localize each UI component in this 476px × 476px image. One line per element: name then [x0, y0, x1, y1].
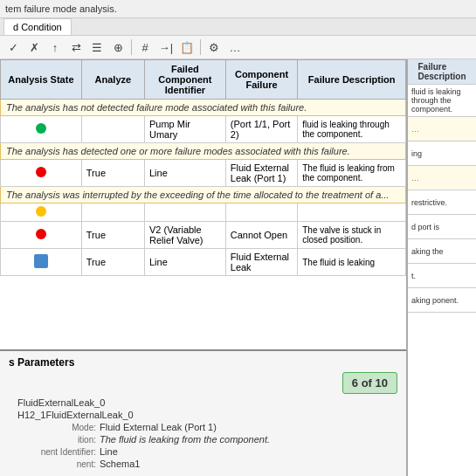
tooltip-row-2: The analysis has detected one or more fa…	[1, 143, 406, 160]
status-icon-5	[34, 254, 48, 268]
counter-row: 6 of 10	[9, 372, 397, 394]
param-value-3: The fluid is leaking from the component.	[100, 434, 270, 445]
right-col-5: restrictive.	[408, 190, 476, 215]
col-header-component-failure: Component Failure	[225, 60, 297, 100]
failure-desc-cell-3	[298, 204, 406, 222]
analyze-cell-2: True	[81, 160, 144, 187]
main-table: Analysis State Analyze Failed Component …	[0, 59, 406, 276]
analyze-cell-1	[81, 116, 144, 143]
dot-cell-2	[1, 160, 82, 187]
toolbar-btn-check[interactable]: ✓	[3, 38, 23, 57]
comp-failure-cell-4: Cannot Open	[225, 222, 297, 249]
status-dot-red-1	[36, 167, 46, 177]
analyze-cell-5: True	[81, 249, 144, 276]
failed-comp-cell-5: Line	[144, 249, 225, 276]
comp-failure-cell-5: Fluid External Leak	[225, 249, 297, 276]
tab-bar: d Condition	[0, 18, 476, 36]
param-label-2: Mode:	[17, 423, 96, 432]
right-col-4: …	[408, 166, 476, 190]
param-row-4: nent Identifier: Line	[17, 446, 397, 457]
param-value-4: Line	[100, 446, 118, 457]
table-row[interactable]	[1, 204, 406, 222]
tooltip-text-2: The analysis has detected one or more fa…	[1, 143, 406, 160]
tooltip-row-1: The analysis has not detected failure mo…	[1, 100, 406, 116]
param-row-0: FluidExternalLeak_0	[17, 397, 397, 408]
param-value-5: Schema1	[100, 459, 140, 469]
param-label-5: nent:	[17, 459, 96, 469]
param-row-3: ition: The fluid is leaking from the com…	[17, 434, 397, 445]
col-header-analyze: Analyze	[81, 60, 144, 100]
param-row-1: H12_1FluidExternalLeak_0	[17, 410, 397, 420]
dot-cell-3	[1, 204, 82, 222]
table-row[interactable]: True Line Fluid External Leak (Port 1) T…	[1, 160, 406, 187]
param-row-5: nent: Schema1	[17, 459, 397, 469]
param-value-1: H12_1FluidExternalLeak_0	[17, 410, 134, 420]
dot-cell-1	[1, 116, 82, 143]
param-row-2: Mode: Fluid External Leak (Port 1)	[17, 422, 397, 432]
failure-desc-cell-4: The valve is stuck in closed position.	[298, 222, 406, 249]
right-col-0: FailureDescription	[408, 59, 476, 85]
right-col-7: aking the	[408, 239, 476, 264]
right-col-9: aking ponent.	[408, 288, 476, 313]
status-dot-yellow-1	[36, 206, 46, 217]
failure-desc-cell-1: fluid is leaking through the component.	[298, 116, 406, 143]
failure-desc-cell-5: The fluid is leaking	[298, 249, 406, 276]
tooltip-text-3: The analysis was interrupted by the exce…	[1, 187, 406, 204]
right-extra-panel: FailureDescription fluid is leaking thro…	[406, 59, 476, 476]
top-bar-text: tem failure mode analysis.	[5, 3, 117, 14]
param-value-2: Fluid External Leak (Port 1)	[100, 422, 217, 432]
toolbar: ✓ ✗ ↑ ⇄ ☰ ⊕ # →| 📋 ⚙ …	[0, 36, 476, 59]
dot-cell-5	[1, 249, 82, 276]
status-dot-red-2	[36, 229, 46, 239]
toolbar-btn-x[interactable]: ✗	[24, 38, 44, 57]
status-dot-green-1	[36, 123, 46, 134]
param-value-0: FluidExternalLeak_0	[17, 397, 105, 408]
failure-desc-cell-2: The fluid is leaking from the component.	[298, 160, 406, 187]
counter-badge: 6 of 10	[342, 372, 397, 394]
toolbar-sep-2	[200, 39, 201, 55]
right-col-2: …	[408, 117, 476, 141]
main-container: tem failure mode analysis. d Condition ✓…	[0, 0, 476, 476]
toolbar-btn-hash[interactable]: #	[135, 38, 155, 57]
right-col-6: d port is	[408, 215, 476, 239]
failed-comp-cell-1: Pump Mir Umary	[144, 116, 225, 143]
analyze-cell-3	[81, 204, 144, 222]
toolbar-btn-swap[interactable]: ⇄	[66, 38, 86, 57]
table-row[interactable]: True V2 (Variable Relief Valve) Cannot O…	[1, 222, 406, 249]
right-col-1: fluid is leaking through the component.	[408, 85, 476, 117]
failed-comp-cell-3	[144, 204, 225, 222]
condition-tab[interactable]: d Condition	[3, 18, 72, 35]
param-label-4: nent Identifier:	[17, 447, 96, 457]
col-header-failed-component: Failed Component Identifier	[144, 60, 225, 100]
comp-failure-cell-1: (Port 1/1, Port 2)	[225, 116, 297, 143]
content-area: Analysis State Analyze Failed Component …	[0, 59, 476, 476]
failed-comp-cell-2: Line	[144, 160, 225, 187]
toolbar-sep-1	[131, 39, 132, 55]
toolbar-btn-filter[interactable]: ⊕	[108, 38, 128, 57]
table-row[interactable]: True Line Fluid External Leak The fluid …	[1, 249, 406, 276]
right-col-3: ing	[408, 141, 476, 166]
toolbar-btn-clip[interactable]: 📋	[177, 38, 197, 57]
right-col-8: t.	[408, 264, 476, 288]
tooltip-row-3: The analysis was interrupted by the exce…	[1, 187, 406, 204]
comp-failure-cell-3	[225, 204, 297, 222]
dot-cell-4	[1, 222, 82, 249]
toolbar-btn-arrow[interactable]: →|	[156, 38, 176, 57]
table-row[interactable]: Pump Mir Umary (Port 1/1, Port 2) fluid …	[1, 116, 406, 143]
bottom-title: s Parameters	[9, 356, 397, 369]
col-header-failure-desc: Failure Description	[298, 60, 406, 100]
col-header-analysis-state: Analysis State	[1, 60, 82, 100]
bottom-panel: s Parameters 6 of 10 FluidExternalLeak_0…	[0, 349, 406, 476]
analyze-cell-4: True	[81, 222, 144, 249]
tooltip-text-1: The analysis has not detected failure mo…	[1, 100, 406, 116]
params-section: FluidExternalLeak_0 H12_1FluidExternalLe…	[17, 397, 397, 469]
table-wrapper[interactable]: Analysis State Analyze Failed Component …	[0, 59, 406, 349]
left-panel: Analysis State Analyze Failed Component …	[0, 59, 406, 476]
toolbar-btn-list[interactable]: ☰	[87, 38, 107, 57]
top-bar: tem failure mode analysis.	[0, 0, 476, 18]
toolbar-btn-more[interactable]: …	[225, 38, 245, 57]
failed-comp-cell-4: V2 (Variable Relief Valve)	[144, 222, 225, 249]
param-label-3: ition:	[17, 435, 96, 445]
toolbar-btn-gear[interactable]: ⚙	[204, 38, 224, 57]
toolbar-btn-up[interactable]: ↑	[45, 38, 65, 57]
